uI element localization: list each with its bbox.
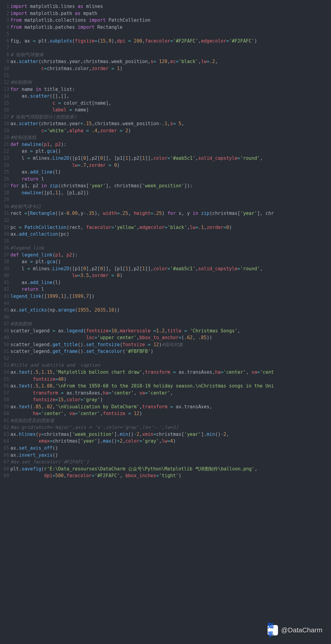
code-line[interactable]: 13for name in title_list: [0,86,331,93]
code-line[interactable]: 57 transform = ax.transAxes,ha='center',… [0,390,331,397]
code-text[interactable]: fontsize=15,color='gray') [10,396,103,403]
code-text[interactable]: fig, ax = plt.subplots(figsize=(15,9),dp… [10,38,257,45]
code-text[interactable]: for name in title_list: [10,86,75,93]
code-text[interactable]: from matplotlib.collections import Patch… [10,17,150,24]
code-line[interactable]: 20#绘制连接线 [0,134,331,141]
code-text[interactable]: # 绘制气球阴影部分(光照效果) [10,114,77,121]
code-text[interactable]: return l [10,286,44,293]
code-line[interactable]: 17# 绘制气球阴影部分(光照效果) [0,114,331,121]
code-text[interactable]: #legend_link [10,245,44,252]
code-text[interactable]: for p1, p2 in zip(christmas['year'], chr… [10,182,192,189]
code-line[interactable]: 4from matplotlib.patches import Rectangl… [0,24,331,31]
code-text[interactable]: lw=.7,zorder = 0) [10,162,120,169]
code-line[interactable]: 68plt.savefig(r'E:\Data_resourses\DataCh… [0,466,331,473]
code-text[interactable]: c=christmas.color,zorder = 1) [10,65,123,72]
code-line[interactable]: 58 fontsize=15,color='gray') [0,396,331,403]
code-text[interactable] [10,314,13,321]
code-line[interactable]: 1import matplotlib.lines as mlines [0,3,331,10]
code-line[interactable]: 34ax.add_collection(pc) [0,231,331,238]
code-line[interactable]: 61#去除刻度及刻度标签 [0,417,331,424]
code-line[interactable]: 14 ax.scatter([],[], [0,93,331,100]
code-line[interactable]: 64 xmax=christmas['year'].max()+2,color=… [0,438,331,445]
code-line[interactable]: 30#绘制气球卡口 [0,203,331,210]
code-text[interactable]: ax.add_line(l) [10,169,61,176]
code-text[interactable]: ha='center', va='center',fontsize = 12) [10,410,142,417]
code-line[interactable]: 10 c=christmas.color,zorder = 1) [0,65,331,72]
code-editor[interactable]: 1import matplotlib.lines as mlines2impor… [0,3,331,479]
code-text[interactable]: newline([p1,1], [p1,p2]) [10,189,89,197]
code-line[interactable]: 3from matplotlib.collections import Patc… [0,17,331,24]
code-line[interactable]: 52 [0,355,331,362]
code-text[interactable]: label = name) [10,107,89,114]
code-line[interactable]: 63ax.hlines(y=christmas['week_position']… [0,431,331,438]
code-line[interactable]: 11 [0,72,331,79]
code-line[interactable]: 54ax.text(.5,1.15,'Matplotlib balloon ch… [0,369,331,376]
code-line[interactable]: 40 lw=3.5,zorder = 0) [0,272,331,279]
code-line[interactable]: 45ax.set_xticks(np.arange(1955, 2035,10)… [0,307,331,314]
code-text[interactable]: return l [10,176,44,183]
code-line[interactable]: 12#绘制图例 [0,79,331,86]
code-text[interactable]: ax.scatter([],[], [10,93,69,100]
code-line[interactable]: 19 c='white',alpha = .4,zorder = 2) [0,127,331,134]
code-line[interactable]: 49 loc='upper center',bbox_to_anchor=(.6… [0,334,331,341]
code-line[interactable]: 16 label = name) [0,107,331,114]
code-text[interactable]: #绘制图例 [10,79,32,86]
code-text[interactable]: ax = plt.gca() [10,148,61,155]
code-line[interactable]: 43legend_link([1999,1],[1999,7]) [0,293,331,300]
code-line[interactable]: 23 l = mlines.Line2D([p1[0],p2[0]], [p1[… [0,155,331,162]
code-text[interactable]: from matplotlib.patches import Rectangle [10,24,123,31]
code-text[interactable]: #绘制气球卡口 [10,203,41,210]
code-text[interactable]: ax.scatter(christmas.year+.15,christmas.… [10,120,184,127]
code-text[interactable]: ax.add_line(l) [10,279,61,286]
code-line[interactable]: 21def newline(p1, p2): [0,141,331,148]
code-text[interactable]: #ax.set_facecolor('#F2FAFC') [10,459,89,466]
code-text[interactable] [10,238,13,245]
code-line[interactable]: 15 c = color_dict[name], [0,100,331,107]
code-text[interactable] [10,300,13,307]
code-line[interactable]: 50scatter_legend.get_title().set_fontsiz… [0,341,331,348]
code-line[interactable]: 41 ax.add_line(l) [0,279,331,286]
code-line[interactable]: 66ax.invert_yaxis() [0,452,331,459]
code-text[interactable]: dpi=500,facecolor='#F2FAFC', bbox_inches… [10,472,181,479]
code-line[interactable]: 69 dpi=500,facecolor='#F2FAFC', bbox_inc… [0,472,331,479]
code-text[interactable]: #title and subtitle and caption [10,362,100,369]
code-line[interactable]: 42 return l [0,286,331,293]
code-text[interactable]: def legend_link(p1, p2): [10,252,78,259]
code-line[interactable]: 62#ax.grid(which='major',axis = 'x',colo… [0,424,331,431]
code-line[interactable]: 59ax.text(.85,.02,'\nVisualization by Da… [0,403,331,410]
code-text[interactable]: ax.add_collection(pc) [10,231,69,238]
code-text[interactable]: ax.text(.5,1.15,'Matplotlib balloon char… [10,369,274,376]
code-text[interactable]: #添加图例 [10,320,32,328]
code-line[interactable]: 2import matplotlib.path as mpath [0,10,331,17]
code-text[interactable]: l = mlines.Line2D([p1[0],p2[0]], [p1[1],… [10,155,263,162]
code-text[interactable] [10,72,13,79]
code-line[interactable]: 27for p1, p2 in zip(christmas['year'], c… [0,182,331,189]
code-line[interactable]: 26 return l [0,176,331,183]
code-text[interactable]: scatter_legend.get_title().set_fontsize(… [10,341,183,348]
code-line[interactable]: 7 [0,44,331,51]
code-line[interactable]: 8# 绘制气球整体 [0,51,331,58]
code-text[interactable]: import matplotlib.path as mpath [10,10,97,17]
code-line[interactable]: 32 [0,217,331,224]
code-line[interactable]: 28 newline([p1,1], [p1,p2]) [0,189,331,197]
code-line[interactable]: 24 lw=.7,zorder = 0) [0,162,331,169]
code-text[interactable]: #去除刻度及刻度标签 [10,417,55,424]
code-line[interactable]: 55 fontsize=40) [0,376,331,383]
code-line[interactable]: 67#ax.set_facecolor('#F2FAFC') [0,459,331,466]
code-text[interactable]: ax = plt.gca() [10,258,61,265]
code-text[interactable]: scatter_legend = ax.legend(fontsize=10,m… [10,328,240,335]
code-text[interactable]: import matplotlib.lines as mlines [10,3,103,10]
code-line[interactable]: 39 l = mlines.Line2D([p1[0],p2[0]], [p1[… [0,265,331,272]
code-line[interactable]: 56ax.text(.5,1.08,'\nFrom the 1959-60 to… [0,383,331,390]
code-text[interactable]: lw=3.5,zorder = 0) [10,272,123,279]
code-line[interactable]: 65ax.set_axis_off() [0,445,331,452]
code-line[interactable]: 25 ax.add_line(l) [0,169,331,176]
code-text[interactable]: ax.set_axis_off() [10,445,58,452]
code-text[interactable] [10,44,13,51]
code-line[interactable]: 47#添加图例 [0,320,331,328]
code-line[interactable]: 44 [0,300,331,307]
code-text[interactable]: fontsize=40) [10,376,67,383]
code-text[interactable]: xmax=christmas['year'].max()+2,color='gr… [10,438,176,445]
code-line[interactable]: 9ax.scatter(christmas.year,christmas.wee… [0,58,331,65]
code-text[interactable]: #ax.grid(which='major',axis = 'x',color=… [10,424,179,431]
